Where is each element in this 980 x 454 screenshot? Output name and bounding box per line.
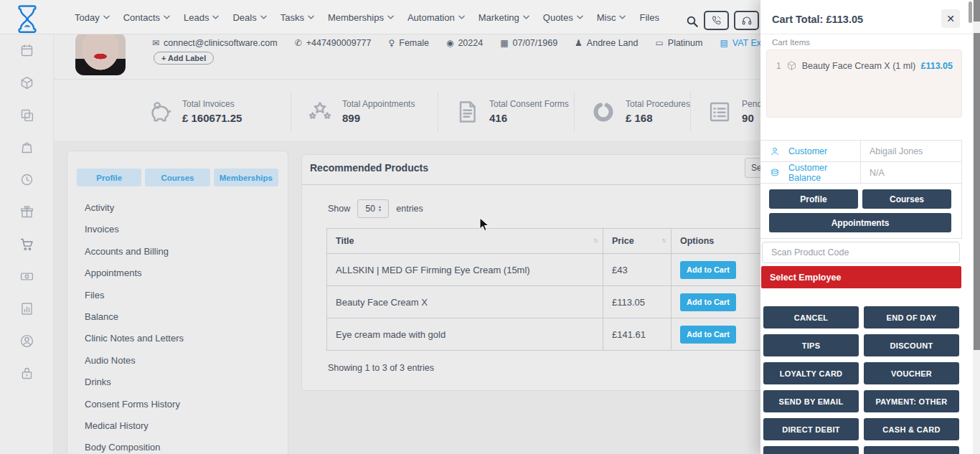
client-phone[interactable]: ✆+447490009777 (295, 38, 372, 48)
pos-action-button[interactable]: SEND BY EMAIL (763, 390, 859, 412)
product-title-cell: ALLSKIN | MED GF Firming Eye Cream (15ml… (327, 254, 603, 286)
page-size-select[interactable]: 50 ▴▾ (357, 199, 389, 218)
cart-item-price: £113.05 (921, 61, 953, 71)
client-avatar[interactable] (75, 32, 126, 75)
cart-scrollbar-thumb[interactable] (969, 1, 972, 23)
client-menu-item[interactable]: Appointments (67, 263, 288, 284)
stat-value: 416 (489, 112, 507, 124)
client-menu-item[interactable]: Balance (67, 306, 288, 328)
sidebar-report-icon[interactable] (0, 293, 54, 325)
main-menu: Today Contacts Leads Deals Tasks (75, 0, 659, 34)
pos-action-button[interactable]: TIPS (763, 334, 859, 356)
panel-divider (302, 184, 803, 185)
sidebar-cart-icon[interactable] (0, 228, 54, 260)
product-title-cell: Eye cream made with gold (327, 318, 603, 351)
pos-action-button[interactable]: DIRECT DEBIT (763, 418, 859, 440)
customer-appointments-button[interactable]: Appointments (769, 213, 951, 232)
add-to-cart-button[interactable]: Add to Cart (680, 293, 736, 311)
pos-action-button[interactable]: DISCOUNT (864, 334, 959, 356)
client-menu-item[interactable]: Files (67, 285, 288, 306)
nav-menu-item[interactable]: Misc (597, 12, 626, 23)
package-icon (786, 60, 797, 71)
customer-courses-button[interactable]: Courses (862, 189, 951, 209)
divider (760, 34, 973, 34)
client-menu-item[interactable]: Consent Forms History (67, 394, 288, 415)
client-menu-item[interactable]: Activity (67, 197, 288, 219)
nav-menu-item[interactable]: Quotes (543, 12, 583, 23)
client-menu-item[interactable]: Medical History (67, 415, 288, 437)
sidebar-shopping-bag-icon[interactable] (0, 131, 54, 164)
nav-menu-item[interactable]: Contacts (123, 12, 170, 23)
client-tab[interactable]: Profile (77, 169, 141, 186)
customer-row-label[interactable]: Customer Balance (788, 163, 860, 183)
chevron-down-icon (212, 15, 219, 19)
nav-menu-label: Quotes (543, 12, 573, 23)
calendar-icon: ▦ (500, 38, 508, 48)
client-tab[interactable]: Courses (145, 169, 209, 186)
headset-button[interactable] (734, 11, 759, 30)
pos-action-button-partial[interactable] (763, 446, 859, 454)
nav-menu-item[interactable]: Today (75, 12, 110, 23)
product-price-cell: £43 (603, 254, 672, 286)
client-menu-item[interactable]: Body Composition (67, 437, 288, 454)
customer-row-label[interactable]: Customer (788, 146, 860, 156)
client-menu-item[interactable]: Accounts and Billing (67, 241, 288, 263)
sidebar-duplicate-icon[interactable] (0, 99, 54, 131)
stat-value: £ 160671.25 (182, 112, 242, 124)
add-to-cart-button[interactable]: Add to Cart (680, 261, 736, 279)
column-header-price[interactable]: Price↑↓ (603, 229, 672, 254)
phone-call-button[interactable] (704, 11, 729, 30)
add-to-cart-button[interactable]: Add to Cart (680, 326, 736, 344)
nav-menu-item[interactable]: Tasks (281, 12, 314, 23)
sidebar-calendar-icon[interactable] (0, 34, 54, 67)
client-menu-item[interactable]: Clinic Notes and Letters (67, 328, 288, 349)
sidebar-user-account-icon[interactable] (0, 325, 54, 357)
customer-row-value: Abigail Jones (870, 146, 923, 156)
cart-item[interactable]: 1 Beauty Face Cream X (1 ml) £113.05 (767, 50, 961, 71)
pos-action-button[interactable]: END OF DAY (864, 306, 959, 328)
products-table: Title↑↓ Price↑↓ Options ALLSKIN | MED GF… (326, 228, 790, 351)
scan-product-code-input[interactable] (762, 242, 960, 263)
nav-menu-label: Today (75, 12, 100, 23)
customer-profile-button[interactable]: Profile (769, 189, 858, 209)
close-icon[interactable]: ✕ (941, 9, 960, 28)
nav-menu-item[interactable]: Files (639, 12, 659, 23)
pos-action-button-partial[interactable] (864, 446, 959, 454)
sidebar-products-icon[interactable] (0, 67, 54, 99)
nav-menu-item[interactable]: Automation (407, 12, 465, 23)
select-employee-button[interactable]: Select Employee (761, 266, 961, 288)
clinicsoftware-logo-icon[interactable] (11, 2, 43, 34)
client-tab[interactable]: Memberships (214, 169, 278, 186)
client-menu-item[interactable]: Drinks (67, 372, 288, 393)
product-price-cell: £141.61 (603, 318, 672, 351)
stat-value: £ 168 (626, 112, 653, 124)
pos-action-button[interactable]: CASH & CARD (864, 418, 959, 440)
client-menu-item[interactable]: Invoices (67, 219, 288, 240)
nav-menu-label: Automation (407, 12, 455, 23)
sidebar-money-icon[interactable] (0, 260, 54, 293)
pos-action-button[interactable]: CANCEL (763, 306, 859, 328)
sidebar-gift-icon[interactable] (0, 196, 54, 228)
client-email[interactable]: ✉connect@clinicsoftware.com (152, 38, 278, 48)
sort-icon: ↑↓ (661, 237, 665, 244)
nav-menu-item[interactable]: Memberships (328, 12, 394, 23)
sidebar-history-icon[interactable] (0, 164, 54, 196)
client-menu-item[interactable]: Audio Notes (67, 350, 288, 372)
pos-action-button[interactable]: LOYALTY CARD (763, 362, 859, 384)
window-scrollbar-thumb[interactable] (974, 33, 980, 350)
card-icon: ▭ (655, 38, 663, 48)
add-label-button[interactable]: + Add Label (154, 52, 214, 65)
stat-label: Total Invoices (182, 99, 242, 109)
pos-action-button[interactable]: VOUCHER (864, 362, 959, 384)
client-tier: ▭Platinum (655, 38, 702, 48)
product-price-cell: £113.05 (603, 286, 672, 318)
nav-menu-item[interactable]: Deals (232, 12, 266, 23)
sidebar-lock-icon[interactable] (0, 357, 54, 389)
pos-action-button[interactable]: PAYMENT: OTHER (864, 390, 959, 412)
search-icon[interactable] (686, 15, 699, 28)
window-scrollbar-thumb-top[interactable] (974, 0, 980, 22)
column-header-title[interactable]: Title↑↓ (327, 229, 603, 254)
customer-row-icon (770, 168, 780, 178)
nav-menu-item[interactable]: Leads (184, 12, 219, 23)
nav-menu-item[interactable]: Marketing (479, 12, 529, 23)
